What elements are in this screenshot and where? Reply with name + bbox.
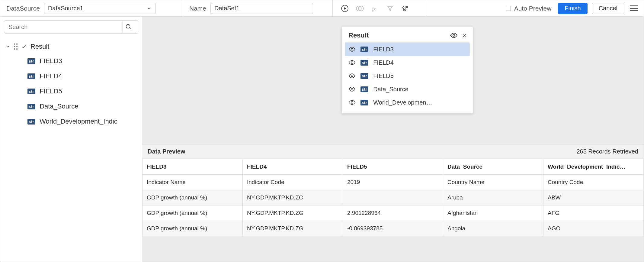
table-cell: AGO <box>543 221 644 236</box>
popover-field-item[interactable]: strFIELD4 <box>345 56 470 69</box>
svg-point-11 <box>16 46 18 47</box>
popover-field-item[interactable]: strFIELD3 <box>345 43 470 56</box>
tree-field-label: Data_Source <box>40 102 78 110</box>
svg-point-10 <box>14 46 15 47</box>
filter-icon[interactable] <box>384 2 396 15</box>
column-header[interactable]: FIELD4 <box>243 159 343 175</box>
table-cell: NY.GDP.MKTP.KD.ZG <box>243 221 343 236</box>
column-header[interactable]: World_Development_Indic… <box>543 159 644 175</box>
sliders-icon[interactable] <box>399 2 411 15</box>
type-badge-icon: str <box>360 73 368 79</box>
data-preview: Data Preview 265 Records Retrieved FIELD… <box>142 144 644 236</box>
name-label: Name <box>189 5 206 12</box>
table-cell: ABW <box>543 190 644 205</box>
preview-title: Data Preview <box>148 148 185 155</box>
tree-field[interactable]: strFIELD5 <box>27 84 142 99</box>
finish-button[interactable]: Finish <box>558 3 587 14</box>
drag-handle-icon[interactable] <box>14 43 18 50</box>
datasource-value: DataSource1 <box>48 5 83 12</box>
table-cell: Indicator Name <box>143 175 243 190</box>
popover-field-label: World_Developmen… <box>373 99 466 106</box>
table-row: GDP growth (annual %)NY.GDP.MKTP.KD.ZGAr… <box>143 190 644 205</box>
tree-field[interactable]: strWorld_Development_Indic <box>27 114 142 129</box>
svg-point-6 <box>406 6 408 8</box>
table-cell: Country Name <box>443 175 543 190</box>
table-cell: Afghanistan <box>443 205 543 221</box>
eye-icon[interactable] <box>348 99 356 106</box>
dataset-name-input[interactable] <box>210 3 313 14</box>
table-cell: GDP growth (annual %) <box>143 221 243 236</box>
field-tree: Result strFIELD3strFIELD4strFIELD5strDat… <box>0 37 142 131</box>
fx-icon[interactable]: fx <box>369 2 381 15</box>
column-header[interactable]: FIELD5 <box>343 159 443 175</box>
preview-header: Data Preview 265 Records Retrieved <box>142 144 644 159</box>
svg-point-17 <box>351 75 353 77</box>
search-input-wrapper <box>4 20 138 34</box>
tree-field[interactable]: strFIELD3 <box>27 53 142 69</box>
search-icon[interactable] <box>122 21 134 33</box>
svg-point-14 <box>453 34 455 37</box>
svg-point-18 <box>351 88 353 90</box>
popover-header: Result <box>345 30 470 43</box>
tree-root-label: Result <box>30 43 49 50</box>
table-cell <box>343 190 443 205</box>
tree-field[interactable]: strData_Source <box>27 99 142 114</box>
tree-field-label: World_Development_Indic <box>40 118 117 125</box>
datasource-dropdown[interactable]: DataSource1 <box>44 3 156 14</box>
type-badge-icon: str <box>360 60 368 66</box>
popover-field-label: FIELD3 <box>373 46 466 53</box>
type-badge-icon: str <box>27 119 35 125</box>
eye-icon[interactable] <box>348 72 356 79</box>
tree-field[interactable]: strFIELD4 <box>27 69 142 84</box>
search-input[interactable] <box>8 23 120 31</box>
close-icon[interactable] <box>462 33 467 38</box>
type-badge-icon: str <box>360 47 368 52</box>
canvas: Result strFIELD3strFIELD4strFIELD5strDat… <box>142 17 644 144</box>
eye-icon[interactable] <box>348 86 356 93</box>
popover-field-item[interactable]: strData_Source <box>345 82 470 96</box>
play-icon[interactable] <box>339 2 351 15</box>
tree-field-label: FIELD4 <box>40 72 62 80</box>
table-cell: NY.GDP.MKTP.KD.ZG <box>243 205 343 221</box>
table-row: GDP growth (annual %)NY.GDP.MKTP.KD.ZG-0… <box>143 221 644 236</box>
table-cell: Country Code <box>543 175 644 190</box>
svg-point-13 <box>16 48 18 50</box>
svg-point-12 <box>14 48 15 50</box>
chevron-down-icon <box>5 44 11 49</box>
svg-text:fx: fx <box>372 6 376 11</box>
popover-field-label: Data_Source <box>373 86 466 93</box>
eye-icon[interactable] <box>348 59 356 66</box>
table-cell: GDP growth (annual %) <box>143 190 243 205</box>
table-cell: Angola <box>443 221 543 236</box>
tree-root-result[interactable]: Result <box>0 40 142 53</box>
table-cell: NY.GDP.MKTP.KD.ZG <box>243 190 343 205</box>
sidebar: Result strFIELD3strFIELD4strFIELD5strDat… <box>0 17 142 262</box>
svg-point-4 <box>403 7 404 8</box>
table-cell: 2.901228964 <box>343 205 443 221</box>
menu-icon[interactable] <box>630 5 638 11</box>
auto-preview-checkbox[interactable] <box>506 6 511 11</box>
column-header[interactable]: FIELD3 <box>143 159 243 175</box>
popover-field-item[interactable]: strFIELD5 <box>345 69 470 82</box>
table-cell: Indicator Code <box>243 175 343 190</box>
auto-preview-label: Auto Preview <box>514 5 552 12</box>
main-area: Result strFIELD3strFIELD4strFIELD5strDat… <box>142 17 644 262</box>
popover-field-item[interactable]: strWorld_Developmen… <box>345 96 470 109</box>
type-badge-icon: str <box>360 100 368 105</box>
table-cell: GDP growth (annual %) <box>143 205 243 221</box>
venn-icon[interactable] <box>354 2 366 15</box>
table-row: Indicator NameIndicator Code2019Country … <box>143 175 644 190</box>
type-badge-icon: str <box>27 73 35 79</box>
eye-icon[interactable] <box>450 31 458 39</box>
cancel-button[interactable]: Cancel <box>592 3 624 14</box>
column-header[interactable]: Data_Source <box>443 159 543 175</box>
body: Result strFIELD3strFIELD4strFIELD5strDat… <box>0 17 644 262</box>
svg-point-9 <box>16 44 18 45</box>
result-popover: Result strFIELD3strFIELD4strFIELD5strDat… <box>341 26 473 114</box>
eye-icon[interactable] <box>348 46 356 53</box>
svg-point-19 <box>351 102 353 103</box>
type-badge-icon: str <box>27 104 35 109</box>
table-cell: Aruba <box>443 190 543 205</box>
topbar: DataSource DataSource1 Name fx <box>0 0 644 17</box>
svg-point-8 <box>14 44 15 45</box>
